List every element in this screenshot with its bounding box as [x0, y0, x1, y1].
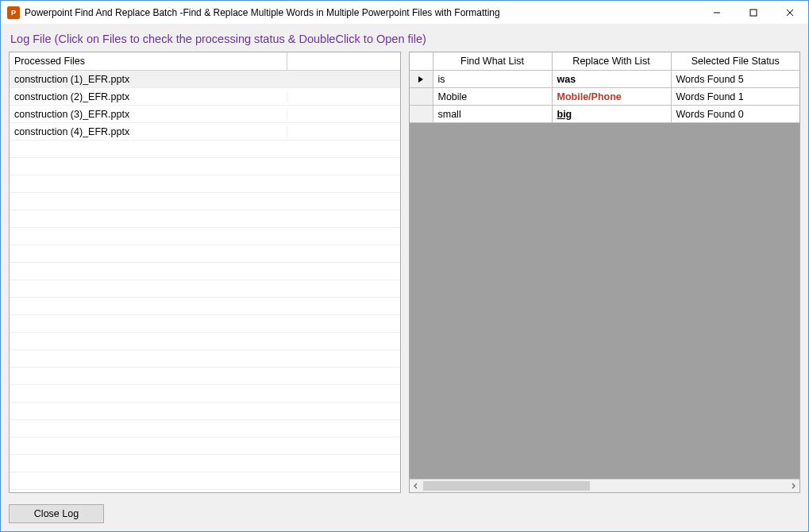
- results-cell-status: Words Found 0: [672, 106, 800, 122]
- processed-files-grid: Processed Files construction (1)_EFR.ppt…: [10, 52, 400, 492]
- scroll-right-button[interactable]: [786, 480, 799, 493]
- results-cell-find: small: [433, 106, 553, 122]
- processed-file-row-blank: [10, 420, 400, 438]
- processed-file-row-blank: [10, 298, 400, 315]
- processed-files-header-spacer: [287, 52, 400, 70]
- app-window: P Powerpoint Find And Replace Batch -Fin…: [0, 0, 809, 532]
- processed-file-row-blank: [10, 210, 400, 228]
- processed-file-row-blank: [10, 385, 400, 403]
- processed-file-row-blank: [10, 245, 400, 263]
- results-header-replace: Replace With List: [553, 52, 672, 70]
- processed-file-row-blank: [10, 350, 400, 368]
- processed-file-name: construction (3)_EFR.pptx: [10, 109, 287, 120]
- processed-file-row-blank: [10, 280, 400, 298]
- processed-file-row-blank: [10, 455, 400, 472]
- close-button[interactable]: [772, 1, 808, 24]
- processed-files-header: Processed Files: [10, 52, 400, 71]
- results-cell-replace: Mobile/Phone: [553, 88, 672, 105]
- results-row[interactable]: smallbigWords Found 0: [410, 106, 800, 123]
- svg-rect-1: [750, 10, 757, 16]
- processed-file-row[interactable]: construction (3)_EFR.pptx: [10, 106, 400, 123]
- results-cell-replace: big: [553, 106, 672, 122]
- processed-file-row-blank: [10, 472, 400, 490]
- page-heading: Log File (Click on Files to check the pr…: [1, 25, 808, 52]
- processed-file-row-blank: [10, 315, 400, 333]
- app-icon: P: [7, 6, 20, 19]
- results-cell-find: is: [433, 71, 553, 87]
- minimize-button[interactable]: [699, 1, 735, 24]
- svg-marker-4: [418, 76, 423, 83]
- processed-file-row[interactable]: construction (1)_EFR.pptx: [10, 71, 400, 88]
- results-wrap: Find What List Replace With List Selecte…: [410, 52, 800, 492]
- processed-file-row-blank: [10, 228, 400, 245]
- results-row[interactable]: MobileMobile/PhoneWords Found 1: [410, 88, 800, 106]
- results-cell-replace: was: [553, 71, 672, 87]
- processed-file-row-blank: [10, 438, 400, 455]
- results-cell-status: Words Found 1: [672, 88, 800, 105]
- window-controls: [699, 1, 808, 24]
- processed-file-row[interactable]: construction (4)_EFR.pptx: [10, 123, 400, 141]
- results-grid: Find What List Replace With List Selecte…: [410, 52, 800, 124]
- chevron-right-icon: [790, 483, 796, 489]
- results-header-find: Find What List: [433, 52, 553, 70]
- scroll-track[interactable]: [423, 480, 787, 492]
- processed-file-name: construction (1)_EFR.pptx: [10, 74, 287, 85]
- chevron-left-icon: [413, 483, 419, 489]
- titlebar[interactable]: P Powerpoint Find And Replace Batch -Fin…: [1, 1, 808, 25]
- processed-file-name: construction (2)_EFR.pptx: [10, 91, 287, 102]
- scroll-left-button[interactable]: [410, 480, 423, 493]
- processed-files-panel: Processed Files construction (1)_EFR.ppt…: [9, 52, 401, 493]
- processed-file-row-blank: [10, 141, 400, 158]
- processed-file-row-blank: [10, 158, 400, 175]
- results-panel: Find What List Replace With List Selecte…: [409, 52, 801, 493]
- processed-files-rows: construction (1)_EFR.pptxconstruction (2…: [10, 71, 400, 492]
- processed-file-row-blank: [10, 333, 400, 350]
- panels: Processed Files construction (1)_EFR.ppt…: [1, 52, 808, 499]
- processed-file-row-blank: [10, 193, 400, 210]
- processed-file-row-blank: [10, 175, 400, 193]
- results-scrollbar-horizontal[interactable]: [410, 479, 800, 492]
- processed-file-row[interactable]: construction (2)_EFR.pptx: [10, 88, 400, 106]
- results-empty-area: [410, 124, 800, 479]
- scroll-thumb[interactable]: [423, 481, 590, 491]
- footer: Close Log: [1, 499, 808, 531]
- results-row-selector[interactable]: [410, 88, 433, 105]
- processed-file-row-blank: [10, 263, 400, 280]
- processed-file-row-blank: [10, 403, 400, 420]
- content-area: Log File (Click on Files to check the pr…: [1, 25, 808, 531]
- maximize-icon: [749, 9, 757, 17]
- results-header-status: Selected File Status: [672, 52, 800, 70]
- results-row-selector[interactable]: [410, 71, 433, 87]
- results-header-rowselect: [410, 52, 433, 70]
- maximize-button[interactable]: [735, 1, 772, 24]
- close-log-button[interactable]: Close Log: [9, 504, 104, 523]
- results-cell-status: Words Found 5: [672, 71, 800, 87]
- processed-file-row-blank: [10, 368, 400, 385]
- results-rows: iswasWords Found 5MobileMobile/PhoneWord…: [410, 71, 800, 123]
- processed-files-header-label: Processed Files: [10, 52, 287, 70]
- results-cell-find: Mobile: [433, 88, 553, 105]
- processed-file-name: construction (4)_EFR.pptx: [10, 126, 287, 137]
- current-row-icon: [417, 75, 425, 83]
- results-row-selector[interactable]: [410, 106, 433, 122]
- window-title: Powerpoint Find And Replace Batch -Find …: [25, 7, 699, 18]
- minimize-icon: [713, 9, 721, 17]
- close-icon: [786, 9, 794, 17]
- results-header: Find What List Replace With List Selecte…: [410, 52, 800, 71]
- results-row[interactable]: iswasWords Found 5: [410, 71, 800, 88]
